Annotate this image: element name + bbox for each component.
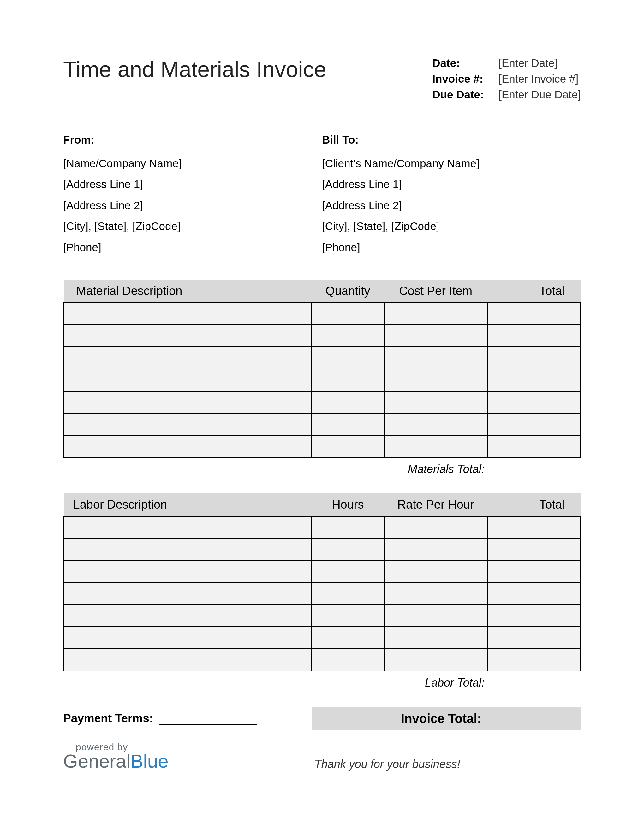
- from-addr1-field[interactable]: [Address Line 1]: [63, 174, 322, 195]
- labor-table: Labor Description Hours Rate Per Hour To…: [63, 494, 581, 671]
- labor-header-desc: Labor Description: [64, 494, 312, 516]
- labor-cell-rate[interactable]: [384, 649, 487, 671]
- labor-cell-hours[interactable]: [312, 539, 384, 561]
- invoice-number-label: Invoice #:: [432, 72, 499, 85]
- payment-terms-field[interactable]: [159, 712, 257, 725]
- labor-cell-rate[interactable]: [384, 516, 487, 539]
- labor-cell-total[interactable]: [488, 605, 581, 627]
- invoice-total-value[interactable]: [488, 707, 581, 730]
- materials-cell-total[interactable]: [488, 303, 581, 325]
- branding-logo: powered by GeneralBlue: [63, 743, 169, 771]
- labor-cell-desc[interactable]: [64, 605, 312, 627]
- table-row: [64, 605, 581, 627]
- materials-cell-total[interactable]: [488, 369, 581, 391]
- materials-cell-qty[interactable]: [312, 391, 384, 413]
- table-row: [64, 561, 581, 583]
- labor-header-total: Total: [488, 494, 581, 516]
- materials-cell-qty[interactable]: [312, 347, 384, 369]
- payment-terms-label: Payment Terms:: [63, 712, 153, 725]
- materials-header-qty: Quantity: [312, 280, 384, 303]
- from-name-field[interactable]: [Name/Company Name]: [63, 153, 322, 174]
- billto-city-field[interactable]: [City], [State], [ZipCode]: [322, 216, 581, 237]
- page-title: Time and Materials Invoice: [63, 57, 327, 82]
- table-row: [64, 369, 581, 391]
- invoice-number-field[interactable]: [Enter Invoice #]: [499, 72, 578, 85]
- materials-cell-cost[interactable]: [384, 413, 487, 436]
- labor-cell-total[interactable]: [488, 583, 581, 605]
- labor-cell-rate[interactable]: [384, 539, 487, 561]
- materials-cell-total[interactable]: [488, 391, 581, 413]
- labor-cell-desc[interactable]: [64, 516, 312, 539]
- invoice-total-label: Invoice Total:: [312, 712, 488, 726]
- materials-header-desc: Material Description: [64, 280, 312, 303]
- labor-cell-hours[interactable]: [312, 649, 384, 671]
- materials-cell-total[interactable]: [488, 436, 581, 458]
- labor-cell-desc[interactable]: [64, 583, 312, 605]
- due-date-field[interactable]: [Enter Due Date]: [499, 88, 581, 101]
- labor-cell-desc[interactable]: [64, 649, 312, 671]
- labor-cell-hours[interactable]: [312, 627, 384, 649]
- materials-cell-cost[interactable]: [384, 369, 487, 391]
- labor-cell-rate[interactable]: [384, 605, 487, 627]
- from-address-block: From: [Name/Company Name] [Address Line …: [63, 129, 322, 258]
- from-addr2-field[interactable]: [Address Line 2]: [63, 195, 322, 216]
- materials-cell-desc[interactable]: [64, 436, 312, 458]
- labor-cell-desc[interactable]: [64, 561, 312, 583]
- materials-cell-desc[interactable]: [64, 391, 312, 413]
- labor-total-value[interactable]: [488, 674, 581, 691]
- labor-cell-total[interactable]: [488, 516, 581, 539]
- materials-total-value[interactable]: [488, 460, 581, 478]
- table-row: [64, 303, 581, 325]
- materials-cell-desc[interactable]: [64, 303, 312, 325]
- billto-addr1-field[interactable]: [Address Line 1]: [322, 174, 581, 195]
- billto-phone-field[interactable]: [Phone]: [322, 237, 581, 258]
- labor-cell-total[interactable]: [488, 539, 581, 561]
- materials-cell-qty[interactable]: [312, 325, 384, 347]
- materials-cell-qty[interactable]: [312, 413, 384, 436]
- materials-cell-desc[interactable]: [64, 413, 312, 436]
- materials-cell-qty[interactable]: [312, 303, 384, 325]
- materials-cell-cost[interactable]: [384, 391, 487, 413]
- labor-cell-desc[interactable]: [64, 627, 312, 649]
- materials-cell-total[interactable]: [488, 413, 581, 436]
- table-row: [64, 649, 581, 671]
- materials-cell-total[interactable]: [488, 347, 581, 369]
- materials-cell-cost[interactable]: [384, 303, 487, 325]
- labor-cell-hours[interactable]: [312, 516, 384, 539]
- billto-name-field[interactable]: [Client's Name/Company Name]: [322, 153, 581, 174]
- table-row: [64, 347, 581, 369]
- invoice-total-box: Invoice Total:: [312, 707, 581, 730]
- invoice-meta: Date: [Enter Date] Invoice #: [Enter Inv…: [432, 57, 581, 104]
- materials-cell-cost[interactable]: [384, 347, 487, 369]
- labor-cell-total[interactable]: [488, 627, 581, 649]
- materials-cell-desc[interactable]: [64, 325, 312, 347]
- from-phone-field[interactable]: [Phone]: [63, 237, 322, 258]
- table-row: [64, 413, 581, 436]
- labor-cell-rate[interactable]: [384, 627, 487, 649]
- materials-total-label: Materials Total:: [63, 463, 488, 476]
- labor-cell-total[interactable]: [488, 649, 581, 671]
- billto-heading: Bill To:: [322, 129, 581, 151]
- labor-cell-total[interactable]: [488, 561, 581, 583]
- table-row: [64, 325, 581, 347]
- labor-cell-hours[interactable]: [312, 583, 384, 605]
- table-row: [64, 436, 581, 458]
- labor-cell-desc[interactable]: [64, 539, 312, 561]
- logo-text-2: Blue: [130, 751, 168, 772]
- materials-cell-desc[interactable]: [64, 347, 312, 369]
- materials-cell-qty[interactable]: [312, 369, 384, 391]
- labor-cell-hours[interactable]: [312, 605, 384, 627]
- materials-header-cost: Cost Per Item: [384, 280, 487, 303]
- labor-cell-rate[interactable]: [384, 561, 487, 583]
- materials-cell-qty[interactable]: [312, 436, 384, 458]
- materials-cell-total[interactable]: [488, 325, 581, 347]
- labor-cell-hours[interactable]: [312, 561, 384, 583]
- materials-cell-desc[interactable]: [64, 369, 312, 391]
- date-field[interactable]: [Enter Date]: [499, 57, 557, 69]
- materials-cell-cost[interactable]: [384, 325, 487, 347]
- billto-addr2-field[interactable]: [Address Line 2]: [322, 195, 581, 216]
- labor-cell-rate[interactable]: [384, 583, 487, 605]
- materials-cell-cost[interactable]: [384, 436, 487, 458]
- from-city-field[interactable]: [City], [State], [ZipCode]: [63, 216, 322, 237]
- labor-header-rate: Rate Per Hour: [384, 494, 487, 516]
